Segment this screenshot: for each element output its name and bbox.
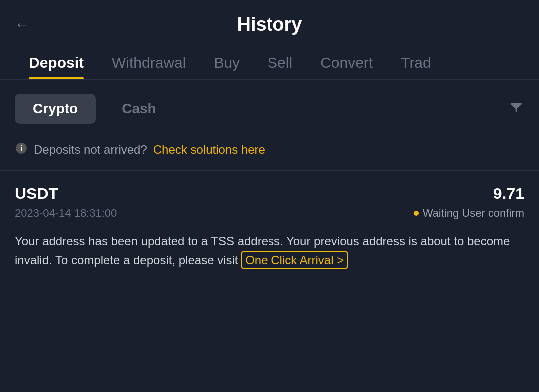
filter-section: Crypto Cash — [0, 80, 539, 134]
info-banner-text: Deposits not arrived? — [34, 143, 147, 157]
crypto-filter-button[interactable]: Crypto — [15, 94, 96, 124]
tab-sell[interactable]: Sell — [254, 45, 306, 79]
status-dot-icon — [414, 211, 419, 216]
filter-buttons: Crypto Cash — [15, 94, 174, 124]
transaction-currency: USDT — [15, 185, 58, 203]
transaction-item: USDT 9.71 2023-04-14 18:31:00 Waiting Us… — [0, 170, 539, 284]
tabs-container: Deposit Withdrawal Buy Sell Convert Trad — [0, 45, 539, 80]
filter-icon[interactable] — [508, 99, 524, 119]
transaction-status: Waiting User confirm — [414, 207, 524, 220]
svg-text:i: i — [20, 144, 22, 152]
info-banner: i Deposits not arrived? Check solutions … — [0, 134, 539, 170]
tab-deposit[interactable]: Deposit — [15, 45, 98, 79]
header: ← History — [0, 0, 539, 45]
transaction-meta: 2023-04-14 18:31:00 Waiting User confirm — [15, 207, 524, 220]
tab-convert[interactable]: Convert — [306, 45, 387, 79]
tab-buy[interactable]: Buy — [200, 45, 254, 79]
tab-withdrawal[interactable]: Withdrawal — [98, 45, 200, 79]
page-title: History — [237, 14, 302, 35]
transaction-amount: 9.71 — [493, 185, 524, 203]
info-icon: i — [15, 142, 28, 158]
back-button[interactable]: ← — [15, 17, 29, 33]
transaction-message: Your address has been updated to a TSS a… — [15, 232, 524, 270]
one-click-arrival-link[interactable]: One Click Arrival > — [241, 251, 348, 269]
transaction-header: USDT 9.71 — [15, 185, 524, 203]
cash-filter-button[interactable]: Cash — [104, 94, 174, 124]
transaction-date: 2023-04-14 18:31:00 — [15, 207, 117, 220]
status-text: Waiting User confirm — [423, 207, 524, 220]
tab-trade[interactable]: Trad — [387, 45, 445, 79]
back-arrow-icon: ← — [15, 17, 29, 33]
check-solutions-link[interactable]: Check solutions here — [153, 143, 265, 157]
